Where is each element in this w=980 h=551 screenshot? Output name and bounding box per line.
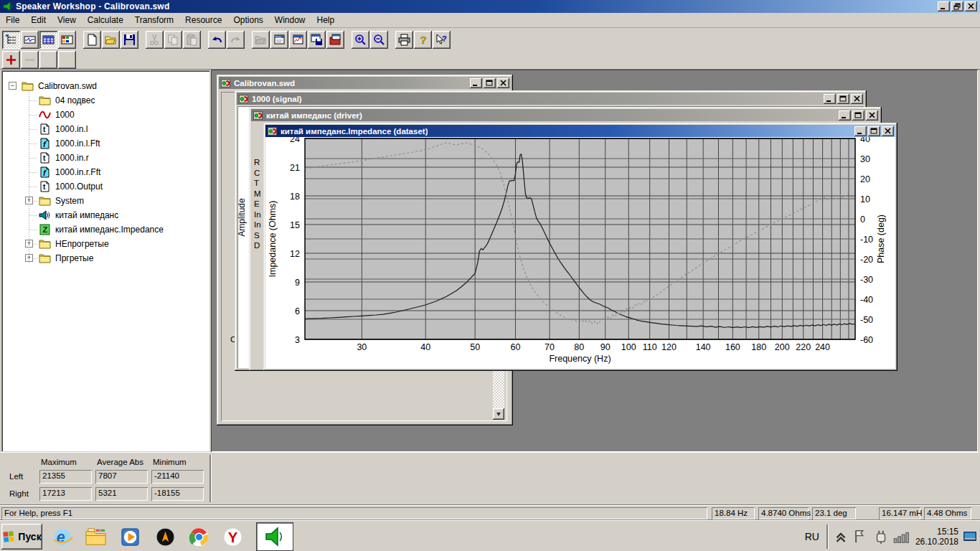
show-desktop-icon[interactable] [963, 529, 977, 544]
tree-item-label[interactable]: Пргретые [55, 253, 93, 263]
blank-button[interactable] [39, 51, 57, 69]
tree-item-label[interactable]: 1000.in.r.Fft [55, 167, 100, 177]
maximize-button[interactable] [484, 78, 496, 88]
view-chart-button[interactable] [58, 31, 76, 49]
remove-node-button[interactable] [21, 51, 39, 69]
window-props-button[interactable] [270, 31, 288, 49]
status-pane: 23.1 deg [812, 507, 856, 519]
import-folder-button[interactable] [252, 31, 270, 49]
tree-item-label[interactable]: 1000.in.l.Fft [55, 138, 100, 149]
close-button[interactable] [866, 110, 878, 121]
maximize-button[interactable] [868, 126, 880, 136]
restore-button[interactable] [951, 1, 963, 11]
print-button[interactable] [395, 31, 413, 49]
clock[interactable]: 15:15 26.10.2018 [915, 527, 958, 547]
undo-button[interactable] [208, 31, 226, 49]
network-signal-icon[interactable] [893, 529, 909, 545]
add-node-button[interactable] [2, 51, 20, 69]
minimize-button[interactable] [470, 78, 482, 88]
close-button[interactable] [882, 126, 894, 136]
language-indicator[interactable]: RU [805, 531, 819, 542]
tree-view-button[interactable] [2, 31, 20, 49]
tree-item[interactable]: 1000.in.r [1, 151, 209, 165]
window-driver-titlebar[interactable]: китай импеданс (driver) [251, 109, 880, 121]
menu-resource[interactable]: Resource [179, 13, 227, 27]
menu-file[interactable]: File [0, 13, 25, 27]
tree-item[interactable]: китай импеданс [1, 208, 209, 222]
tree-item-label[interactable]: 1000.in.l [55, 124, 88, 134]
tree-item[interactable]: +Пргретые [1, 251, 209, 265]
blank-button[interactable] [58, 51, 76, 69]
tree-item[interactable]: 1000 [1, 108, 209, 122]
internet-explorer-icon[interactable] [52, 526, 74, 548]
flag-icon[interactable] [853, 529, 869, 545]
tree-item[interactable]: +НЕпрогретые [1, 237, 209, 251]
tree-item[interactable]: 1000.in.r.Fft [1, 165, 209, 179]
zoom-in-button[interactable] [352, 31, 369, 49]
close-button[interactable] [497, 78, 509, 88]
view-signal-button[interactable] [21, 31, 39, 49]
tree-item[interactable]: китай импеданс.Impedance [1, 222, 209, 237]
aimp-icon[interactable] [154, 526, 176, 548]
window-signal-titlebar[interactable]: 1000 (signal) [237, 93, 864, 105]
minimize-button[interactable] [839, 110, 851, 121]
yandex-browser-icon[interactable] [222, 526, 244, 548]
maximize-button[interactable] [852, 110, 864, 121]
file-explorer-icon[interactable] [85, 526, 107, 548]
menu-window[interactable]: Window [269, 13, 311, 27]
tree-item[interactable]: +System [1, 194, 209, 208]
collapse-chevron-icon[interactable] [833, 529, 849, 545]
menu-view[interactable]: View [52, 13, 82, 27]
media-player-icon[interactable] [119, 526, 141, 548]
tree-item-label[interactable]: 1000.in.r [55, 153, 89, 163]
open-file-button[interactable] [102, 31, 120, 49]
menu-help[interactable]: Help [311, 13, 341, 27]
scroll-down-button[interactable] [493, 408, 504, 420]
minimize-button[interactable] [938, 1, 950, 11]
context-help-button[interactable] [433, 31, 451, 49]
minimize-button[interactable] [854, 126, 867, 136]
new-file-button[interactable] [83, 31, 101, 49]
window-chart-button[interactable] [289, 31, 307, 49]
tree-item-label[interactable]: Calibrovan.swd [38, 81, 97, 91]
close-button[interactable] [965, 1, 977, 11]
copy-button[interactable] [164, 31, 182, 49]
menu-edit[interactable]: Edit [25, 13, 52, 27]
svg-text:20: 20 [860, 174, 870, 184]
window-save-button[interactable] [308, 31, 326, 49]
taskbar-app-speaker-workshop[interactable] [257, 523, 293, 550]
maximize-button[interactable] [837, 94, 849, 104]
tree-item[interactable]: 1000.in.l.Fft [1, 136, 209, 151]
tree-item[interactable]: 1000.in.l [1, 122, 209, 136]
about-button[interactable] [414, 31, 432, 49]
tree-item-label[interactable]: 1000.Output [55, 182, 103, 192]
tree-item-label[interactable]: китай импеданс [55, 210, 118, 220]
minimize-button[interactable] [824, 94, 836, 104]
tree-item-label[interactable]: 1000 [55, 110, 75, 120]
zoom-out-button[interactable] [370, 31, 388, 49]
tree-item-label[interactable]: 04 подвес [55, 95, 95, 105]
redo-button[interactable] [227, 31, 245, 49]
window-dataset-titlebar[interactable]: китай импеданс.Impedance (dataset) [265, 125, 895, 137]
impedance-phase-plot[interactable]: 2421181512963403020100-10-20-30-40-50-60… [265, 137, 895, 369]
close-button[interactable] [851, 94, 863, 104]
tree-item-label[interactable]: китай импеданс.Impedance [55, 225, 164, 235]
cut-button[interactable] [146, 31, 164, 49]
chrome-icon[interactable] [188, 526, 210, 548]
window-export-button[interactable] [326, 31, 344, 49]
tree-item[interactable]: 04 подвес [1, 93, 209, 108]
menu-transform[interactable]: Transform [129, 13, 179, 27]
start-button[interactable]: Пуск [1, 524, 42, 550]
view-table-button[interactable] [39, 31, 57, 49]
power-plug-icon[interactable] [873, 529, 889, 545]
menu-calculate[interactable]: Calculate [82, 13, 129, 27]
tree-item-label[interactable]: НЕпрогретые [55, 239, 109, 249]
tree-item-label[interactable]: System [55, 196, 84, 206]
window-calibrovan-titlebar[interactable]: Calibrovan.swd [219, 77, 511, 89]
menu-options[interactable]: Options [227, 13, 268, 27]
tree-item[interactable]: 1000.Output [1, 179, 209, 194]
tree-item[interactable]: −Calibrovan.swd [1, 79, 209, 93]
tree-expander-minus[interactable]: − [9, 82, 17, 90]
save-file-button[interactable] [121, 31, 138, 49]
paste-button[interactable] [183, 31, 201, 49]
